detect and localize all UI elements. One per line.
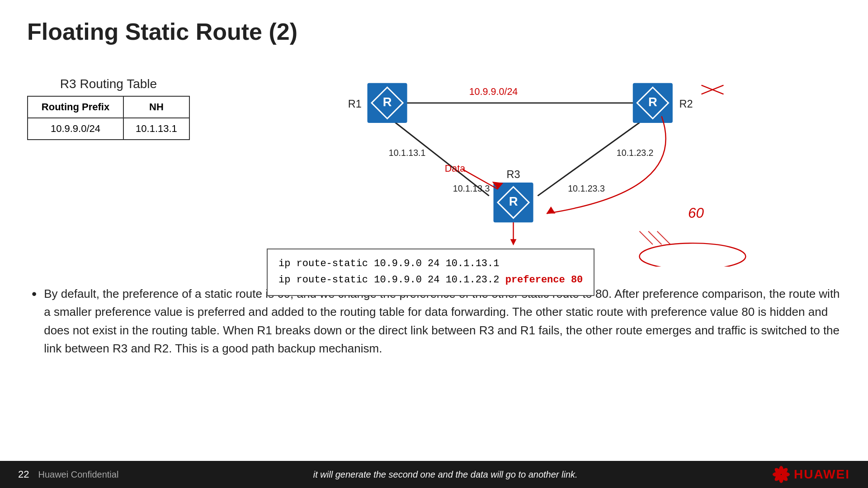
command-line-2: ip route-static 10.9.9.0 24 10.1.23.2 pr… xyxy=(278,272,583,288)
svg-point-31 xyxy=(639,243,745,267)
content-area: R3 Routing Table Routing Prefix NH 10.9.… xyxy=(27,59,841,357)
top-link-label: 10.9.9.0/24 xyxy=(469,86,518,97)
command-box: ip route-static 10.9.9.0 24 10.1.13.1 ip… xyxy=(267,249,594,296)
svg-text:10.1.23.2: 10.1.23.2 xyxy=(617,148,654,158)
svg-text:R: R xyxy=(509,194,518,208)
network-diagram: 10.9.9.0/24 R R1 R R2 xyxy=(208,59,841,267)
col-header-nh: NH xyxy=(123,96,189,118)
footer-left: 22 Huawei Confidential xyxy=(18,469,118,480)
network-svg: 10.9.9.0/24 R R1 R R2 xyxy=(208,59,841,267)
page-title: Floating Static Route (2) xyxy=(27,18,841,45)
svg-text:R1: R1 xyxy=(348,98,362,110)
command-line2-prefix: ip route-static 10.9.9.0 24 10.1.23.2 xyxy=(278,274,505,286)
r1-router: R R1 xyxy=(348,83,407,123)
svg-text:R2: R2 xyxy=(679,98,693,110)
slide: Floating Static Route (2) R3 Routing Tab… xyxy=(0,0,868,488)
r2-router: R R2 xyxy=(633,83,693,123)
svg-marker-22 xyxy=(547,206,556,214)
huawei-flower-icon xyxy=(772,465,790,483)
footer-page: 22 xyxy=(18,469,29,480)
svg-text:10.1.13.3: 10.1.13.3 xyxy=(453,183,490,193)
svg-text:60: 60 xyxy=(688,205,704,221)
svg-text:R: R xyxy=(648,95,657,109)
bullet-dot: • xyxy=(32,283,37,305)
svg-text:10.1.23.3: 10.1.23.3 xyxy=(568,183,605,193)
svg-text:R3: R3 xyxy=(507,169,520,180)
diagram-section: R3 Routing Table Routing Prefix NH 10.9.… xyxy=(27,59,841,267)
svg-text:R: R xyxy=(383,95,392,109)
footer: 22 Huawei Confidential it will generate … xyxy=(0,461,868,488)
footer-subtitle: it will generate the second one and the … xyxy=(118,469,772,480)
routing-table-container: R3 Routing Table Routing Prefix NH 10.9.… xyxy=(27,77,190,140)
preference-highlight: preference 80 xyxy=(505,274,583,286)
col-header-prefix: Routing Prefix xyxy=(28,96,123,118)
routing-table-title: R3 Routing Table xyxy=(27,77,190,91)
huawei-logo: HUAWEI xyxy=(772,465,850,483)
footer-logo-text: HUAWEI xyxy=(794,467,850,482)
command-line-1: ip route-static 10.9.9.0 24 10.1.13.1 xyxy=(278,256,583,272)
footer-confidential: Huawei Confidential xyxy=(38,469,118,480)
cell-nh: 10.1.13.1 xyxy=(123,118,189,140)
svg-text:Data: Data xyxy=(445,163,465,174)
svg-text:10.1.13.1: 10.1.13.1 xyxy=(389,148,426,158)
svg-marker-24 xyxy=(510,239,517,245)
routing-table: Routing Prefix NH 10.9.9.0/24 10.1.13.1 xyxy=(27,96,190,140)
r3-router: R R3 xyxy=(493,169,533,222)
cell-prefix: 10.9.9.0/24 xyxy=(28,118,123,140)
table-row: 10.9.9.0/24 10.1.13.1 xyxy=(28,118,189,140)
